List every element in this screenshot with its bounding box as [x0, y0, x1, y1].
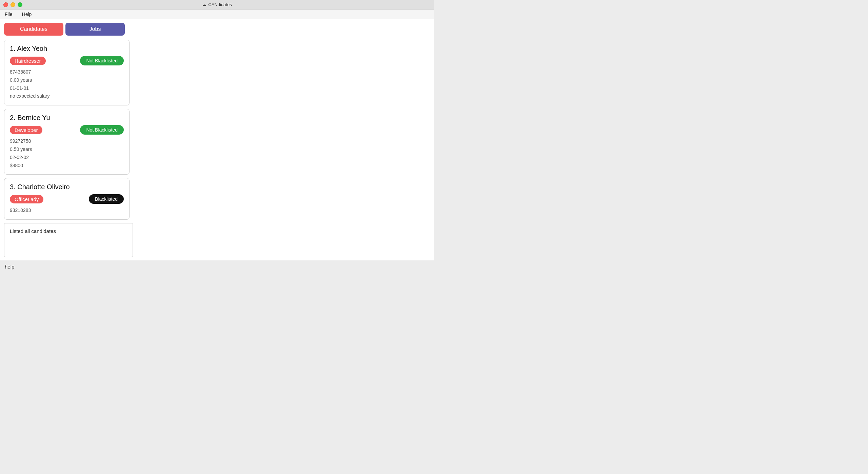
candidate-info-line: no expected salary — [10, 92, 124, 100]
cloud-icon: ☁ — [202, 2, 206, 7]
candidate-card: 3. Charlotte OliveiroOfficeLadyBlacklist… — [4, 178, 130, 220]
candidate-card: 2. Bernice YuDeveloperNot Blacklisted992… — [4, 109, 130, 175]
candidate-name: 3. Charlotte Oliveiro — [10, 183, 124, 191]
candidate-name: 2. Bernice Yu — [10, 114, 124, 122]
role-badge: OfficeLady — [10, 195, 43, 203]
candidate-info-line: 02-02-02 — [10, 154, 124, 162]
tab-candidates[interactable]: Candidates — [4, 23, 63, 36]
app-title: ☁ CANdidates — [202, 2, 232, 7]
candidates-list: 1. Alex YeohHairdresserNot Blacklisted87… — [4, 40, 430, 220]
tab-jobs[interactable]: Jobs — [65, 23, 125, 36]
candidate-header-row: DeveloperNot Blacklisted — [10, 125, 124, 135]
maximize-button[interactable] — [18, 2, 22, 7]
traffic-lights[interactable] — [3, 2, 22, 7]
status-badge[interactable]: Not Blacklisted — [80, 56, 124, 65]
role-badge: Hairdresser — [10, 57, 46, 65]
main-content: Candidates Jobs 1. Alex YeohHairdresserN… — [0, 19, 434, 260]
candidate-info: 992727580.50 years02-02-02$8800 — [10, 137, 124, 170]
candidate-info-line: 87438807 — [10, 68, 124, 76]
candidate-info-line: 0.00 years — [10, 76, 124, 84]
help-label: help — [5, 264, 14, 270]
role-badge: Developer — [10, 126, 42, 134]
candidate-header-row: OfficeLadyBlacklisted — [10, 194, 124, 204]
minimize-button[interactable] — [11, 2, 15, 7]
menu-bar: File Help — [0, 9, 434, 19]
output-box: Listed all candidates — [4, 223, 133, 257]
menu-help[interactable]: Help — [21, 11, 33, 18]
title-bar: ☁ CANdidates — [0, 0, 434, 9]
output-message: Listed all candidates — [10, 228, 56, 234]
candidate-info-line: 93210283 — [10, 206, 124, 215]
candidate-header-row: HairdresserNot Blacklisted — [10, 56, 124, 65]
menu-file[interactable]: File — [3, 11, 14, 18]
app-title-text: CANdidates — [208, 2, 232, 7]
status-badge[interactable]: Not Blacklisted — [80, 125, 124, 135]
candidate-info-line: 0.50 years — [10, 145, 124, 154]
candidate-info: 874388070.00 years01-01-01no expected sa… — [10, 68, 124, 100]
tab-bar: Candidates Jobs — [4, 23, 430, 36]
status-badge[interactable]: Blacklisted — [89, 194, 124, 204]
candidate-card: 1. Alex YeohHairdresserNot Blacklisted87… — [4, 40, 130, 105]
candidate-info-line: 99272758 — [10, 137, 124, 145]
help-text: help — [0, 260, 434, 273]
candidate-name: 1. Alex Yeoh — [10, 45, 124, 53]
candidate-info-line: 01-01-01 — [10, 84, 124, 93]
close-button[interactable] — [3, 2, 8, 7]
candidate-info-line: $8800 — [10, 162, 124, 170]
candidate-info: 93210283 — [10, 206, 124, 215]
